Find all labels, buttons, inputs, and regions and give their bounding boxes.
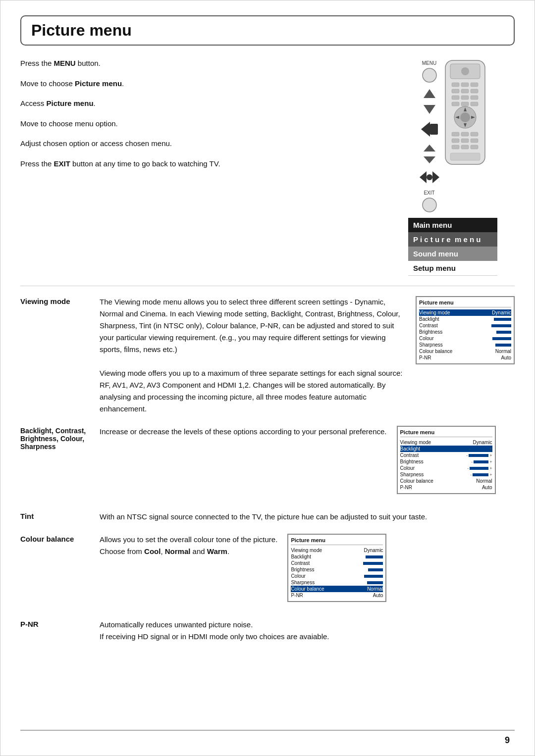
menu-row3-pnr: P-NRAuto — [291, 592, 383, 599]
menu-row3-contrast: Contrast — [291, 560, 383, 566]
exit-icon-group: EXIT — [422, 190, 437, 213]
svg-point-27 — [460, 112, 470, 122]
right-col: MENU — [386, 58, 515, 276]
instruction-3: Access Picture menu. — [20, 98, 376, 109]
menu-row2-backlight: Backlight - + — [400, 446, 492, 452]
svg-marker-6 — [424, 156, 435, 163]
menu-row2-pnr: P-NRAuto — [400, 484, 492, 491]
svg-point-0 — [423, 68, 436, 82]
section-divider — [20, 286, 515, 286]
menu-row-brightness: Brightness — [419, 329, 511, 335]
svg-point-13 — [461, 67, 469, 75]
svg-rect-4 — [430, 124, 438, 135]
main-menu-item-picture: P i c t u r e m e n u — [408, 232, 497, 247]
menu-row-sharpness: Sharpness — [419, 342, 511, 348]
instruction-4: Move to choose menu option. — [20, 118, 376, 130]
colour-balance-content: Allows you to set the overall colour ton… — [100, 534, 386, 608]
svg-marker-2 — [424, 105, 435, 114]
title-bar: Picture menu — [20, 15, 515, 46]
colour-balance-text: Allows you to set the overall colour ton… — [100, 534, 277, 608]
backlight-content: Increase or decrease the levels of these… — [100, 426, 496, 500]
menu-row-backlight: Backlight — [419, 316, 511, 322]
exit-button-icon — [422, 197, 437, 213]
detail-row-colour-balance: Colour balance Allows you to set the ove… — [20, 534, 515, 608]
page: Picture menu Press the MENU button. Move… — [0, 0, 535, 756]
instruction-5: Adjust chosen option or access chosen me… — [20, 138, 376, 150]
menu-row2-contrast: Contrast - + — [400, 452, 492, 458]
menu-row3-brightness: Brightness — [291, 566, 383, 573]
svg-rect-21 — [461, 96, 469, 100]
viewing-mode-text: The Viewing mode menu allows you to sele… — [100, 296, 406, 415]
svg-point-10 — [423, 198, 436, 212]
menu-row-pnr: P-NRAuto — [419, 354, 511, 361]
left-right-arrow-icon — [419, 169, 440, 185]
icons-column: MENU — [419, 58, 440, 213]
svg-rect-18 — [461, 89, 469, 93]
svg-rect-24 — [461, 102, 469, 106]
svg-rect-22 — [471, 96, 478, 100]
top-right: MENU — [419, 58, 487, 213]
menu-row-colour: Colour — [419, 335, 511, 342]
detail-row-pnr: P-NR Automatically reduces unwanted pict… — [20, 619, 515, 643]
menu-row-colour-balance: Colour balanceNormal — [419, 348, 511, 354]
main-menu-box: Main menu P i c t u r e m e n u Sound me… — [408, 218, 497, 276]
menu-row3-colour-balance: Colour balanceNormal — [291, 586, 383, 592]
svg-rect-32 — [452, 132, 459, 136]
svg-rect-41 — [450, 153, 480, 160]
menu-row2-viewing-mode: Viewing modeDynamic — [400, 439, 492, 446]
menu-screenshot-3: Picture menu Viewing modeDynamic Backlig… — [287, 534, 386, 602]
menu-icon-group: MENU — [422, 60, 437, 83]
menu-row3-backlight: Backlight — [291, 554, 383, 560]
menu-screenshot-2: Picture menu Viewing modeDynamic Backlig… — [397, 426, 496, 494]
remote-svg — [443, 58, 487, 167]
instruction-6: Press the EXIT button at any time to go … — [20, 158, 376, 170]
svg-rect-19 — [471, 89, 478, 93]
up-arrow-icon — [422, 88, 437, 99]
page-title: Picture menu — [31, 21, 504, 40]
svg-marker-1 — [424, 89, 435, 98]
colour-balance-screenshot: Picture menu Viewing modeDynamic Backlig… — [287, 534, 386, 608]
left-arrow-icon — [420, 120, 439, 139]
svg-rect-39 — [461, 145, 469, 149]
viewing-mode-content: The Viewing mode menu allows you to sele… — [100, 296, 515, 415]
menu-screenshot-1-title: Picture menu — [419, 300, 511, 307]
details-section: Viewing mode The Viewing mode menu allow… — [20, 296, 515, 643]
svg-rect-17 — [452, 89, 459, 93]
menu-screenshot-2-title: Picture menu — [400, 429, 492, 437]
svg-rect-33 — [461, 132, 469, 136]
main-menu-item-sound: Sound menu — [408, 247, 497, 261]
main-menu-item-setup: Setup menu — [408, 261, 497, 276]
instructions-col: Press the MENU button. Move to choose Pi… — [20, 58, 386, 276]
svg-rect-36 — [461, 139, 469, 143]
menu-screenshot-3-title: Picture menu — [291, 537, 383, 545]
top-section: Press the MENU button. Move to choose Pi… — [20, 58, 515, 276]
page-number: 9 — [505, 735, 510, 746]
backlight-text: Increase or decrease the levels of these… — [100, 426, 387, 500]
tint-text: With an NTSC signal source connected to … — [100, 511, 515, 523]
svg-marker-5 — [424, 145, 435, 151]
detail-row-tint: Tint With an NTSC signal source connecte… — [20, 511, 515, 523]
menu-row-contrast: Contrast — [419, 322, 511, 329]
svg-rect-25 — [471, 102, 478, 106]
svg-rect-40 — [471, 145, 478, 149]
menu-label: MENU — [422, 60, 436, 66]
remote-control-image — [443, 58, 487, 168]
svg-marker-7 — [420, 171, 427, 183]
menu-row2-colour-balance: Colour balanceNormal — [400, 478, 492, 484]
instructions-list: Press the MENU button. Move to choose Pi… — [20, 58, 376, 169]
svg-rect-14 — [452, 83, 459, 87]
svg-marker-3 — [421, 122, 430, 137]
pnr-label: P-NR — [20, 619, 90, 643]
svg-rect-38 — [452, 145, 459, 149]
menu-row2-brightness: Brightness - + — [400, 458, 492, 465]
detail-row-backlight: Backlight, Contrast, Brightness, Colour,… — [20, 426, 515, 500]
main-menu-item-main: Main menu — [408, 218, 497, 232]
pnr-text: Automatically reduces unwanted picture n… — [100, 619, 515, 643]
viewing-mode-screenshot: Picture menu Viewing modeDynamic Backlig… — [416, 296, 515, 415]
instruction-2: Move to choose Picture menu. — [20, 78, 376, 90]
svg-point-8 — [427, 174, 432, 180]
svg-rect-23 — [452, 102, 459, 106]
backlight-label: Backlight, Contrast, Brightness, Colour,… — [20, 426, 90, 500]
menu-row3-colour: Colour — [291, 573, 383, 579]
tint-label: Tint — [20, 511, 90, 523]
